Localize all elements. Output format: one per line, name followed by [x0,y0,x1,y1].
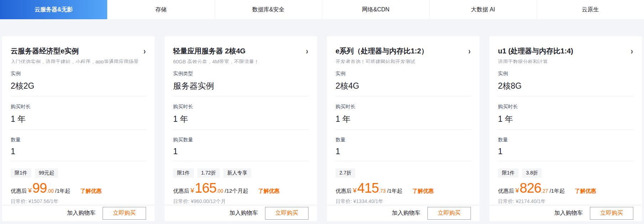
price-unit: /1年起 [550,188,565,194]
product-card-e-series: e系列（处理器与内存比1:2） › 开发者首选！可搭建网站和开发测试 实例 2核… [327,36,479,221]
daily-price: 日常价: ¥2174.40/1年 [498,198,633,205]
buy-now-button[interactable]: 立即购买 [590,207,633,220]
price-prefix: 优惠后 [498,188,514,194]
card-title: u1 (处理器与内存比1:4) [498,46,573,56]
spec-field-duration: 购买时长 1 年 [498,97,633,130]
currency-symbol: ¥ [191,187,194,194]
badge-row: 限1件 1.72折 新人专享 [173,168,308,178]
promo-section: 限1件 99元起 优惠后 ¥ 99 .00 /1年起 了解优惠 日常价: ¥15… [11,168,146,205]
tab-database-security[interactable]: 数据库&安全 [215,0,322,19]
chevron-right-icon[interactable]: › [144,48,146,55]
badge-row: 限1件 3.8折 [498,168,633,178]
spec-value: 1 年 [336,114,471,125]
card-header[interactable]: u1 (处理器与内存比1:4) › [498,46,633,56]
chevron-right-icon[interactable]: › [468,48,471,55]
price-prefix: 优惠后 [11,188,27,194]
card-footer: 加入购物车 立即购买 [165,205,317,221]
spec-label: 实例 [11,71,146,77]
tab-bigdata-ai[interactable]: 大数据 AI [429,0,536,19]
promo-badge: 限1件 [173,168,194,178]
card-header[interactable]: 云服务器经济型e实例 › [11,46,146,56]
tab-cloud-server-wuying[interactable]: 云服务器&无影 [0,0,107,19]
spec-label: 数量 [498,137,633,143]
price-integer: 99 [32,181,47,195]
card-subtitle: 适用于数据分析和计算 [498,59,633,63]
tab-bar: 云服务器&无影 存储 数据库&安全 网络&CDN 大数据 AI 云原生 [0,0,644,19]
price-integer: 826 [520,181,541,195]
tab-network-cdn[interactable]: 网络&CDN [322,0,429,19]
price-integer: 415 [357,181,379,195]
promo-badge: 限1件 [11,168,31,178]
buy-now-button[interactable]: 立即购买 [103,207,146,220]
product-card-lightweight-server: 轻量应用服务器 2核4G › 60GB 高效云盘，4M带宽，不限流量！ 实例类型… [165,36,317,221]
card-subtitle: 60GB 高效云盘，4M带宽，不限流量！ [173,59,308,63]
chevron-right-icon[interactable]: › [306,48,308,55]
currency-symbol: ¥ [353,187,357,194]
promo-details-link[interactable]: 了解优惠 [258,188,280,194]
promo-details-link[interactable]: 了解优惠 [80,188,102,194]
spec-label: 实例 [336,71,471,77]
tab-storage[interactable]: 存储 [107,0,214,19]
add-to-cart-button[interactable]: 加入购物车 [554,209,583,217]
spec-field-quantity: 数量 1 [11,130,146,161]
price-unit: /1年起 [55,188,71,194]
card-footer: 加入购物车 立即购买 [489,205,642,221]
add-to-cart-button[interactable]: 加入购物车 [229,209,258,217]
daily-price: 日常价: ¥1334.40/1年 [336,198,471,205]
add-to-cart-button[interactable]: 加入购物车 [67,209,95,217]
card-title: e系列（处理器与内存比1:2） [336,46,428,56]
spec-label: 购买时长 [11,104,146,110]
card-footer: 加入购物车 立即购买 [327,205,479,221]
tab-cloud-native[interactable]: 云原生 [537,0,644,19]
spec-label: 数量 [11,137,146,143]
spec-label: 购买时长 [336,104,471,110]
promo-details-link[interactable]: 了解优惠 [412,188,433,194]
spec-field-instance: 实例 2核8G [498,63,633,97]
promo-section: 限1件 1.72折 新人专享 优惠后 ¥ 165 .00 /12个月起 了解优惠… [173,168,308,205]
add-to-cart-button[interactable]: 加入购物车 [392,209,420,217]
badge-row: 限1件 99元起 [11,168,146,178]
product-card-list: 云服务器经济型e实例 › 入门优选实例，适用于建站，小程序，app等通用应用场景… [0,36,644,221]
spec-value: 1 [173,147,308,156]
promo-badge: 限1件 [498,168,519,178]
product-card-u1: u1 (处理器与内存比1:4) › 适用于数据分析和计算 实例 2核8G 购买时… [489,36,642,221]
card-header[interactable]: e系列（处理器与内存比1:2） › [336,46,471,56]
product-card-ecs-economy-e: 云服务器经济型e实例 › 入门优选实例，适用于建站，小程序，app等通用应用场景… [2,36,155,221]
card-subtitle: 开发者首选！可搭建网站和开发测试 [336,59,471,63]
spec-field-duration: 购买时长 1 年 [336,97,471,130]
spec-label: 购买时长 [498,104,633,110]
spec-label: 实例类型 [173,71,308,77]
chevron-right-icon[interactable]: › [631,48,633,55]
promo-section: 2.7折 优惠后 ¥ 415 .73 /1年起 了解优惠 日常价: ¥1334.… [336,168,471,205]
spec-label: 购买数量 [173,137,308,143]
price-unit: /1年起 [387,188,402,194]
promo-badge: 99元起 [35,168,58,178]
spec-value: 1 年 [173,114,308,125]
spec-field-instance-type: 实例类型 服务器实例 [173,63,308,97]
spec-label: 购买时长 [173,104,308,110]
spec-label: 数量 [336,137,471,143]
card-header[interactable]: 轻量应用服务器 2核4G › [173,46,308,56]
buy-now-button[interactable]: 立即购买 [265,207,308,220]
spec-value: 1 [336,147,471,156]
currency-symbol: ¥ [28,187,32,194]
buy-now-button[interactable]: 立即购买 [427,207,471,220]
spec-label: 实例 [498,71,633,77]
spec-value: 1 年 [11,114,146,125]
card-footer: 加入购物车 立即购买 [2,205,155,221]
spec-value: 1 [498,147,633,156]
price-prefix: 优惠后 [173,188,189,194]
spec-value: 1 年 [498,114,633,125]
daily-price: 日常价: ¥1507.56/1年 [11,198,146,205]
spec-field-instance: 实例 2核2G [11,63,146,97]
spec-value: 2核8G [498,80,633,92]
spec-field-instance: 实例 2核4G [336,63,471,97]
price-row: 优惠后 ¥ 415 .73 /1年起 了解优惠 [336,181,471,195]
price-decimal: .00 [47,188,53,194]
spec-field-duration: 购买时长 1 年 [11,97,146,130]
spec-value: 服务器实例 [173,80,308,92]
promo-details-link[interactable]: 了解优惠 [575,188,596,194]
price-integer: 165 [195,181,216,195]
spec-value: 1 [11,147,146,156]
price-unit: /12个月起 [225,188,248,194]
